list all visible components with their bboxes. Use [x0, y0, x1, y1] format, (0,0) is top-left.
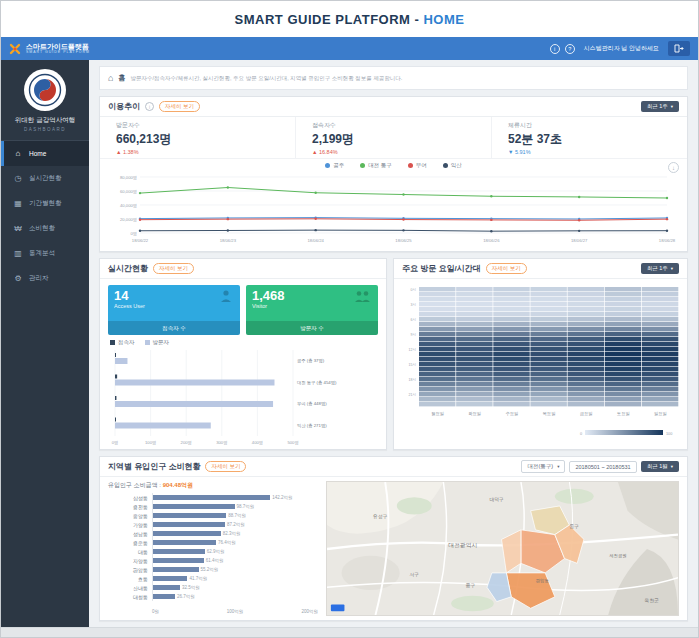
legend-item[interactable]: 부여: [408, 162, 427, 169]
line-series-1: [140, 188, 667, 199]
heat-cell: [493, 347, 529, 351]
region-detail-button[interactable]: 자세히 보기: [205, 461, 246, 472]
user-icon: [218, 289, 234, 303]
info-icon[interactable]: i: [145, 102, 154, 111]
heat-cell: [493, 302, 529, 306]
realtime-bar-chart: 0명100명200명300명400명500명공주 (총 37명)대전 동구 (총…: [107, 348, 379, 448]
svg-text:18시: 18시: [409, 377, 416, 382]
region-range-dropdown[interactable]: 최근 1월 ▾: [641, 461, 679, 472]
access-user-footer: 접속자 수: [108, 321, 240, 335]
sidebar: 위대한 금강역사여행 DASHBOARD ⌂Home◷실시간현황▦기간별현황₩소…: [1, 60, 89, 627]
realtime-detail-button[interactable]: 자세히 보기: [153, 263, 194, 274]
svg-text:수요일: 수요일: [505, 411, 518, 416]
brand-logo-icon: [9, 43, 21, 55]
heat-cell: [419, 352, 455, 356]
heat-cell: [605, 312, 641, 316]
legend-item[interactable]: 공주: [325, 162, 344, 169]
heat-cell: [456, 337, 492, 341]
heat-cell: [530, 367, 566, 371]
district-label: 용전동: [108, 504, 152, 510]
heat-cell: [530, 342, 566, 346]
visit-daytime-detail-button[interactable]: 자세히 보기: [486, 263, 527, 274]
breadcrumb-home-label[interactable]: 홈: [118, 73, 125, 83]
download-icon[interactable]: ↓: [668, 162, 679, 173]
heat-cell: [605, 337, 641, 341]
stat-change: ▲ 16.84%: [312, 149, 491, 155]
heat-cell: [642, 327, 678, 331]
district-label: 용운동: [108, 540, 152, 546]
sidebar-item-0[interactable]: ⌂Home: [1, 141, 89, 166]
heat-cell: [493, 342, 529, 346]
map-canvas[interactable]: 유성구대덕구대전광역시서구중구동구판암동세천공원옥천군: [327, 482, 678, 615]
heat-cell: [530, 292, 566, 296]
heat-cell: [456, 287, 492, 291]
sidebar-item-1[interactable]: ◷실시간현황: [1, 166, 89, 191]
district-label: 효동: [108, 576, 152, 582]
sidebar-item-2[interactable]: ▦기간별현황: [1, 191, 89, 216]
heat-cell: [605, 357, 641, 361]
info-icon[interactable]: i: [550, 44, 560, 54]
help-icon[interactable]: ?: [565, 44, 575, 54]
heat-cell: [568, 307, 604, 311]
won-icon: ₩: [13, 224, 23, 233]
heat-cell: [456, 317, 492, 321]
legend-item[interactable]: 접속자: [110, 339, 135, 346]
svg-text:18/06/24: 18/06/24: [308, 238, 325, 243]
heat-cell: [493, 327, 529, 331]
map-place-label: 대전광역시: [448, 542, 477, 548]
heat-cell: [642, 387, 678, 391]
heat-cell: [568, 372, 604, 376]
sidebar-item-4[interactable]: ▥통계분석: [1, 241, 89, 266]
sidebar-item-label: 통계분석: [29, 249, 55, 258]
usage-range-dropdown[interactable]: 최근 1주 ▾: [641, 101, 679, 112]
consumption-bar-row: 판암동55.2억원: [108, 565, 318, 574]
sidebar-brand-subtitle: DASHBOARD: [5, 127, 85, 132]
visitor-tile: 1,468 Visitor 방문자 수: [246, 285, 378, 335]
heat-cell: [530, 332, 566, 336]
sidebar-item-5[interactable]: ⚙관리자: [1, 266, 89, 291]
heat-cell: [419, 312, 455, 316]
map-place-label: 서구: [409, 572, 419, 577]
heat-cell: [493, 317, 529, 321]
district-label: 성남동: [108, 531, 152, 537]
access-bar: [115, 396, 116, 400]
svg-text:100: 100: [666, 432, 672, 436]
brand-text[interactable]: 스마트가이드플랫폼 SMART GUIDE PLATFORM: [26, 43, 90, 55]
realtime-card: 실시간현황 자세히 보기 14 Access User: [99, 258, 387, 450]
access-user-count: 14: [114, 289, 145, 303]
heat-cell: [456, 382, 492, 386]
legend-item[interactable]: 방문자: [145, 339, 170, 346]
consumption-bar-row: 성남동82.3억원: [108, 529, 318, 538]
heat-cell: [530, 287, 566, 291]
heat-cell: [419, 367, 455, 371]
svg-text:18/06/23: 18/06/23: [220, 238, 237, 243]
consumption-value: 142.2억원: [272, 495, 292, 500]
usage-detail-button[interactable]: 자세히 보기: [159, 101, 200, 112]
sidebar-item-3[interactable]: ₩소비현황: [1, 216, 89, 241]
heat-cell: [568, 357, 604, 361]
district-label: 산내동: [108, 585, 152, 591]
consumption-bar-row: 중앙동88.7억원: [108, 511, 318, 520]
heat-cell: [568, 362, 604, 366]
svg-text:9시: 9시: [411, 332, 416, 337]
region-map[interactable]: 유성구대덕구대전광역시서구중구동구판암동세천공원옥천군: [326, 481, 679, 616]
legend-item[interactable]: 대전 동구: [360, 162, 392, 169]
access-bar: [115, 353, 116, 357]
consumption-bar: [153, 567, 199, 573]
date-range-field[interactable]: 20180501 ~ 20180531: [569, 461, 636, 473]
svg-text:3시: 3시: [411, 302, 416, 307]
heat-cell: [605, 372, 641, 376]
heat-cell: [419, 302, 455, 306]
heat-cell: [605, 342, 641, 346]
region-select[interactable]: 대전(동구) ▾: [521, 460, 565, 473]
logout-button[interactable]: [668, 41, 690, 56]
visit-daytime-range-dropdown[interactable]: 최근 1주 ▾: [641, 263, 679, 274]
heat-cell: [493, 307, 529, 311]
consumption-value: 62.9억원: [207, 549, 225, 554]
heat-cell: [456, 377, 492, 381]
svg-text:0: 0: [580, 432, 582, 436]
legend-item[interactable]: 익산: [443, 162, 462, 169]
heat-cell: [642, 352, 678, 356]
consumption-value: 32.5억원: [182, 585, 200, 590]
legend-dot-icon: [360, 163, 365, 168]
